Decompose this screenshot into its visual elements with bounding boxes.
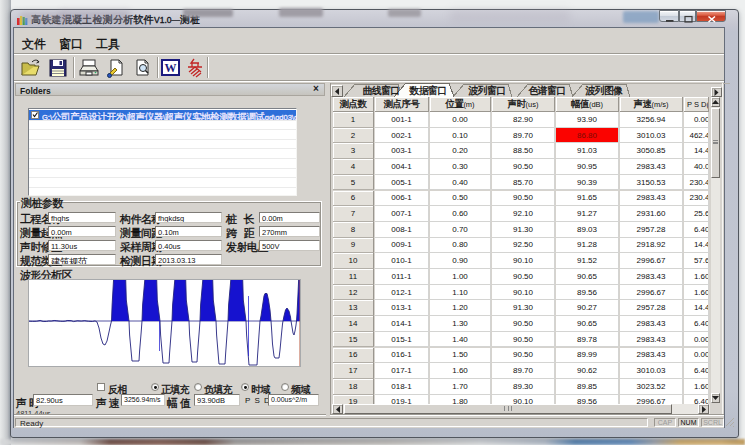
svg-text:W: W xyxy=(165,61,177,75)
